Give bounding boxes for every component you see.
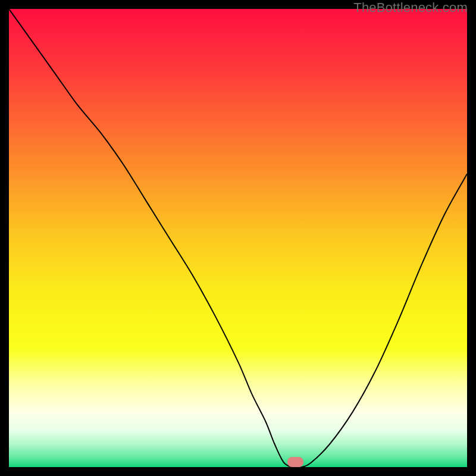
- bottleneck-curve: [9, 9, 467, 467]
- chart-frame: TheBottleneck.com: [0, 0, 476, 476]
- watermark-label: TheBottleneck.com: [353, 0, 468, 15]
- plot-area: [9, 9, 467, 467]
- optimal-marker: [287, 457, 303, 467]
